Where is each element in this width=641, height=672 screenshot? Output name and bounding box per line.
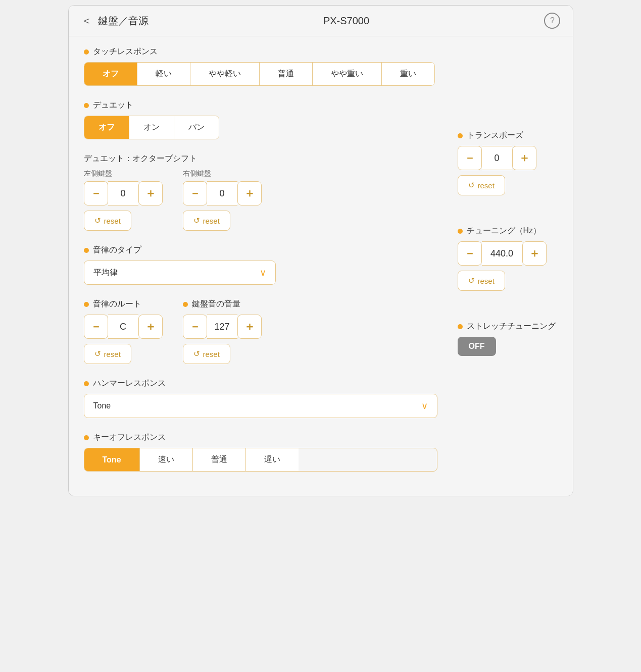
scale-root-decrement[interactable]: － xyxy=(84,315,108,339)
duet-group: オフ オン パン xyxy=(84,116,219,139)
scale-root-increment[interactable]: ＋ xyxy=(138,315,163,339)
key-off-group: Tone 速い 普通 遅い xyxy=(84,448,437,472)
touch-response-slightly-heavy[interactable]: やや重い xyxy=(313,63,382,85)
hammer-response-label: ハンマーレスポンス xyxy=(84,378,437,389)
scale-type-dot xyxy=(84,248,89,253)
header-left: ＜ 鍵盤／音源 xyxy=(81,13,149,28)
duet-dot xyxy=(84,103,89,108)
stretch-tuning-section: ストレッチチューニング OFF xyxy=(458,321,573,356)
stretch-tuning-label: ストレッチチューニング xyxy=(458,321,573,332)
key-volume-control: 鍵盤音の音量 － 127 ＋ ↺ reset xyxy=(183,299,262,364)
scale-root-section: 音律のルート － C ＋ ↺ reset xyxy=(84,299,437,364)
key-volume-value: 127 xyxy=(207,315,237,339)
key-volume-increment[interactable]: ＋ xyxy=(237,315,262,339)
model-name: PX-S7000 xyxy=(323,15,369,27)
hammer-response-dropdown[interactable]: Tone ∨ xyxy=(84,394,437,418)
transpose-dot xyxy=(458,133,463,138)
reset-icon-left: ↺ xyxy=(94,216,101,225)
scale-root-value: C xyxy=(108,315,138,339)
duet-octave-text: デュエット：オクターブシフト xyxy=(84,153,197,164)
right-increment-btn[interactable]: ＋ xyxy=(237,181,262,205)
transpose-text: トランスポーズ xyxy=(467,130,523,141)
touch-response-slightly-light[interactable]: やや軽い xyxy=(190,63,260,85)
key-off-dot xyxy=(84,435,89,440)
tuning-reset[interactable]: ↺ reset xyxy=(458,271,505,291)
key-off-fast[interactable]: 速い xyxy=(140,448,193,471)
hammer-chevron-icon: ∨ xyxy=(421,400,428,411)
touch-response-off[interactable]: オフ xyxy=(84,63,137,85)
key-volume-counter: － 127 ＋ xyxy=(183,315,262,339)
touch-response-normal[interactable]: 普通 xyxy=(260,63,313,85)
stretch-tuning-text: ストレッチチューニング xyxy=(467,321,556,332)
key-volume-dot xyxy=(183,302,188,307)
chevron-down-icon: ∨ xyxy=(260,267,266,278)
transpose-label: トランスポーズ xyxy=(458,130,573,141)
right-keyboard-control: 右側鍵盤 － 0 ＋ ↺ reset xyxy=(183,169,262,231)
scale-root-reset-label: reset xyxy=(104,350,121,358)
device-frame: ＜ 鍵盤／音源 PX-S7000 ? タッチレスポンス オフ 軽い やや軽い 普… xyxy=(68,5,573,496)
transpose-section: トランスポーズ － 0 ＋ ↺ reset xyxy=(458,130,573,195)
transpose-reset[interactable]: ↺ reset xyxy=(458,175,505,195)
scale-root-reset[interactable]: ↺ reset xyxy=(84,344,131,364)
back-button[interactable]: ＜ xyxy=(81,13,92,28)
reset-icon-right: ↺ xyxy=(193,216,200,225)
scale-root-dot xyxy=(84,302,89,307)
hammer-response-value: Tone xyxy=(93,401,111,410)
help-button[interactable]: ? xyxy=(544,13,560,29)
reset-icon-tuning: ↺ xyxy=(468,276,475,285)
right-value: 0 xyxy=(207,181,237,205)
duet-label: デュエット xyxy=(84,100,437,111)
reset-icon-scale-root: ↺ xyxy=(94,349,101,358)
left-column: デュエット オフ オン パン デュエット：オクターブシフト xyxy=(84,100,437,486)
transpose-decrement[interactable]: － xyxy=(458,146,482,170)
right-keyboard-label: 右側鍵盤 xyxy=(183,169,262,178)
duet-octave-label: デュエット：オクターブシフト xyxy=(84,153,437,164)
header: ＜ 鍵盤／音源 PX-S7000 ? xyxy=(69,6,573,36)
left-reset-label: reset xyxy=(104,217,121,225)
tuning-reset-label: reset xyxy=(478,277,495,285)
left-reset-btn[interactable]: ↺ reset xyxy=(84,211,131,231)
reset-icon-key-volume: ↺ xyxy=(193,349,200,358)
scale-root-text: 音律のルート xyxy=(93,299,141,309)
tuning-text: チューニング（Hz） xyxy=(467,226,541,236)
key-off-slow[interactable]: 遅い xyxy=(246,448,299,471)
right-counter: － 0 ＋ xyxy=(183,181,262,205)
tuning-decrement[interactable]: － xyxy=(458,241,482,266)
key-off-normal[interactable]: 普通 xyxy=(193,448,246,471)
touch-response-heavy[interactable]: 重い xyxy=(382,63,434,85)
duet-octave-section: デュエット：オクターブシフト 左側鍵盤 － 0 ＋ ↺ xyxy=(84,153,437,231)
tuning-section: チューニング（Hz） － 440.0 ＋ ↺ reset xyxy=(458,226,573,291)
left-keyboard-control: 左側鍵盤 － 0 ＋ ↺ reset xyxy=(84,169,163,231)
left-keyboard-label: 左側鍵盤 xyxy=(84,169,163,178)
right-decrement-btn[interactable]: － xyxy=(183,181,207,205)
hammer-response-dot xyxy=(84,381,89,386)
right-reset-label: reset xyxy=(203,217,220,225)
scale-type-dropdown[interactable]: 平均律 ∨ xyxy=(84,261,276,285)
duet-on[interactable]: オン xyxy=(129,116,174,139)
scale-root-control: 音律のルート － C ＋ ↺ reset xyxy=(84,299,163,364)
right-reset-btn[interactable]: ↺ reset xyxy=(183,211,230,231)
touch-response-light[interactable]: 軽い xyxy=(137,63,190,85)
key-volume-decrement[interactable]: － xyxy=(183,315,207,339)
stretch-tuning-toggle[interactable]: OFF xyxy=(458,337,496,356)
page-title: 鍵盤／音源 xyxy=(98,14,149,28)
transpose-counter: － 0 ＋ xyxy=(458,146,573,170)
reset-icon-transpose: ↺ xyxy=(468,181,475,190)
left-increment-btn[interactable]: ＋ xyxy=(138,181,163,205)
tuning-label: チューニング（Hz） xyxy=(458,226,573,236)
duet-off[interactable]: オフ xyxy=(84,116,129,139)
key-volume-reset[interactable]: ↺ reset xyxy=(183,344,230,364)
tuning-increment[interactable]: ＋ xyxy=(522,241,547,266)
key-off-label: キーオフレスポンス xyxy=(84,432,437,443)
tuning-dot xyxy=(458,229,463,234)
touch-response-group: オフ 軽い やや軽い 普通 やや重い 重い xyxy=(84,62,435,86)
left-decrement-btn[interactable]: － xyxy=(84,181,108,205)
key-off-tone[interactable]: Tone xyxy=(84,448,140,471)
hammer-response-text: ハンマーレスポンス xyxy=(93,378,166,389)
duet-octave-controls: 左側鍵盤 － 0 ＋ ↺ reset xyxy=(84,169,437,231)
scale-root-volume: 音律のルート － C ＋ ↺ reset xyxy=(84,299,437,364)
duet-pan[interactable]: パン xyxy=(174,116,219,139)
touch-response-text: タッチレスポンス xyxy=(93,46,158,57)
key-volume-text: 鍵盤音の音量 xyxy=(192,299,240,309)
transpose-increment[interactable]: ＋ xyxy=(512,146,536,170)
